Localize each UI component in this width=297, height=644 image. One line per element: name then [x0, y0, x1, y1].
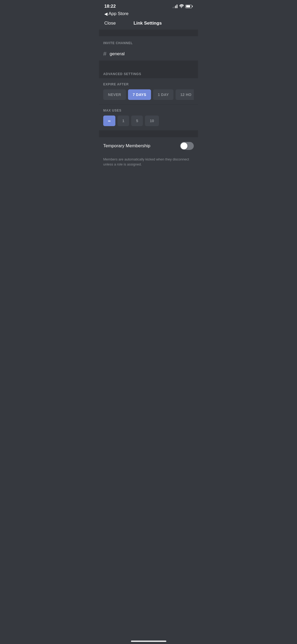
section-gap-3	[99, 131, 198, 137]
invite-channel-header: INVITE CHANNEL	[99, 36, 198, 47]
expire-never-button[interactable]: NEVER	[103, 89, 126, 100]
temporary-membership-label: Temporary Membership	[103, 143, 150, 149]
max-uses-10-button[interactable]: 10	[145, 116, 159, 126]
close-button[interactable]: Close	[104, 21, 116, 26]
toggle-track	[180, 142, 194, 150]
advanced-settings-header: ADVANCED SETTINGS	[99, 67, 198, 78]
max-uses-1-button[interactable]: 1	[117, 116, 129, 126]
channel-row[interactable]: # general	[99, 47, 198, 61]
temporary-membership-row[interactable]: Temporary Membership	[99, 137, 198, 155]
back-arrow-icon: ◀	[104, 11, 107, 16]
expire-7days-button[interactable]: 7 DAYS	[128, 89, 151, 100]
max-uses-options: ∞ 1 5 10	[103, 116, 194, 127]
page-title: Link Settings	[134, 21, 162, 26]
advanced-settings-section: ADVANCED SETTINGS	[99, 67, 198, 78]
advanced-settings-label: ADVANCED SETTINGS	[103, 72, 141, 76]
battery-icon	[185, 5, 193, 8]
app-store-back[interactable]: ◀ App Store	[104, 11, 193, 16]
toggle-desc-text: Members are automatically kicked when th…	[103, 157, 189, 166]
max-uses-label: MAX USES	[103, 109, 194, 112]
status-icons	[173, 4, 193, 9]
invite-channel-label: INVITE CHANNEL	[103, 41, 133, 45]
status-bar: 18:22	[99, 0, 198, 11]
max-uses-5-button[interactable]: 5	[131, 116, 143, 126]
toggle-thumb	[181, 142, 187, 149]
temporary-membership-toggle[interactable]	[180, 142, 194, 150]
expire-after-block: EXPIRE AFTER NEVER 7 DAYS 1 DAY 12 HO	[99, 78, 198, 104]
wifi-icon	[179, 4, 184, 9]
max-uses-infinite-button[interactable]: ∞	[103, 116, 115, 126]
temporary-membership-description: Members are automatically kicked when th…	[99, 155, 198, 172]
nav-bar: Close Link Settings	[99, 18, 198, 30]
section-gap-1	[99, 30, 198, 36]
section-gap-2	[99, 61, 198, 67]
channel-name: general	[110, 51, 125, 57]
back-label: App Store	[109, 11, 129, 16]
expire-after-label: EXPIRE AFTER	[103, 82, 194, 86]
signal-icon	[173, 4, 177, 8]
status-time: 18:22	[104, 4, 116, 9]
expire-after-options: NEVER 7 DAYS 1 DAY 12 HO	[103, 89, 194, 101]
expire-12hours-button[interactable]: 12 HO	[176, 89, 194, 100]
back-navigation: ◀ App Store	[99, 11, 198, 18]
max-uses-block: MAX USES ∞ 1 5 10	[99, 104, 198, 131]
hash-icon: #	[103, 51, 106, 57]
expire-1day-button[interactable]: 1 DAY	[153, 89, 173, 100]
